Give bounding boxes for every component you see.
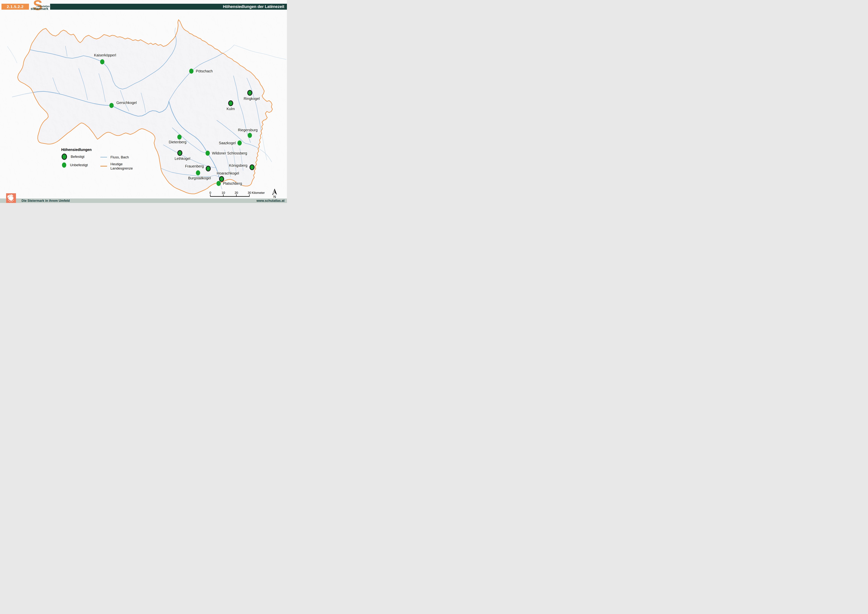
settlement-label: Königsberg (229, 163, 247, 168)
settlement-label: Pötschach (196, 69, 213, 73)
fortified-marker-icon (178, 151, 182, 155)
legend-title: Höhensiedlungen (61, 148, 133, 152)
logo-word-steiermark: steiermark (31, 7, 48, 11)
river-line-icon (101, 157, 107, 157)
border-line-icon (101, 166, 107, 166)
settlement-label: Platschberg (223, 181, 242, 185)
unfortified-symbol-icon (62, 162, 66, 168)
logo-star-icon: ★ (12, 201, 13, 202)
unfortified-marker-icon (196, 171, 200, 176)
settlement-label: Ringkogel (244, 96, 260, 101)
settlement-label: Wildoner Schlossberg (212, 151, 247, 155)
settlement-wildoner-schlossberg: Wildoner Schlossberg (206, 151, 247, 156)
settlement-label: Lethkogel (175, 157, 191, 161)
fortified-marker-icon (220, 177, 224, 182)
fortified-symbol-icon (62, 154, 67, 160)
map-code-badge: 2.1.5.2.2 (2, 4, 29, 10)
logo-star-icon: ★ (8, 199, 9, 201)
unfortified-marker-icon (206, 151, 210, 156)
scalebar-tick-label: 20 (235, 191, 238, 194)
schulatlas-logo: S schulatlas steiermark (30, 0, 50, 14)
unfortified-marker-icon (248, 133, 252, 138)
map-canvas: KaiserköpperlPötschachGerschkogelRingkog… (0, 0, 287, 203)
legend-label-grenze-line2: Landesgrenze (110, 166, 133, 171)
settlement-label: Frauenberg (185, 164, 204, 168)
chapter-title: Die Steiermark in ihrem Umfeld (22, 199, 70, 203)
legend-label-unbefestigt: Unbefestigt (70, 163, 88, 167)
unfortified-marker-icon (100, 59, 104, 64)
map-title-bar: Höhensiedlungen der Latènezeit (50, 4, 287, 10)
logo-star-icon: ★ (10, 195, 12, 197)
legend-label-grenze-line1: Heutige (110, 162, 133, 166)
scalebar-tick-label: 10 (222, 191, 225, 194)
logo-star-icon: ★ (8, 198, 9, 200)
settlement-label: Dietenberg (169, 140, 186, 144)
fortified-marker-icon (229, 101, 233, 106)
settlement-label: Kaiserköpperl (94, 53, 116, 57)
legend: Höhensiedlungen Befestigt Unbefestigt Fl… (61, 148, 133, 155)
legend-label-grenze: Heutige Landesgrenze (110, 162, 133, 171)
chapter-logo-icon: ★★★★★★★★★★★★ (6, 193, 16, 203)
website-link[interactable]: www.schulatlas.at (256, 199, 285, 203)
unfortified-marker-icon (177, 135, 182, 140)
fortified-marker-icon (206, 166, 211, 171)
settlement-p-tschach: Pötschach (189, 69, 213, 74)
fortified-marker-icon (248, 90, 252, 95)
logo-star-icon: ★ (9, 195, 10, 197)
settlement-label: Kulm (226, 107, 235, 111)
page-title: Höhensiedlungen der Latènezeit (223, 5, 284, 9)
settlement-label: Saazkogel (219, 141, 236, 145)
unfortified-marker-icon (189, 69, 194, 74)
legend-label-fluss: Fluss, Bach (110, 155, 129, 159)
unfortified-marker-icon (217, 181, 221, 186)
unfortified-marker-icon (110, 103, 114, 108)
logo-star-icon: ★ (10, 201, 12, 202)
scalebar-tick-label: 0 (209, 191, 211, 194)
atlas-page: KaiserköpperlPötschachGerschkogelRingkog… (0, 0, 287, 203)
settlement-label: Hoarachkogel (217, 171, 239, 175)
settlement-label: Gerschkogel (116, 101, 136, 105)
fortified-marker-icon (250, 165, 254, 170)
settlement-label: Riegersburg (238, 128, 257, 132)
north-label: N (273, 195, 276, 199)
unfortified-marker-icon (237, 141, 242, 146)
settlement-label: Burgstallkogel (188, 176, 211, 180)
scalebar-unit-label: Kilometer (252, 191, 265, 194)
settlement-saazkogel: Saazkogel (219, 141, 242, 146)
scalebar-tick-label: 30 (248, 191, 251, 194)
legend-label-befestigt: Befestigt (71, 155, 84, 159)
